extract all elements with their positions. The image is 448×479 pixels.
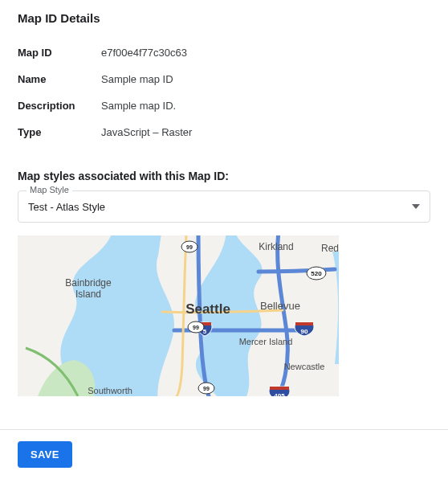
map-label-bellevue: Bellevue [260, 300, 300, 312]
svg-text:99: 99 [193, 325, 199, 330]
svg-text:520: 520 [311, 270, 322, 277]
detail-value-description: Sample map ID. [101, 92, 430, 119]
map-label-southworth: Southworth [88, 386, 132, 395]
map-label-bainbridge2: Island [75, 289, 101, 300]
map-label-redmond: Redmond [321, 243, 339, 254]
shield-sr99a-icon: 99 [181, 241, 198, 252]
detail-label-mapid: Map ID [18, 39, 101, 66]
svg-rect-6 [295, 322, 313, 325]
map-preview: Seattle Kirkland Redmond Bellevue Mercer… [18, 235, 339, 396]
footer-bar: SAVE [0, 429, 448, 479]
map-style-select-value: Test - Atlas Style [28, 201, 412, 213]
svg-text:99: 99 [186, 244, 193, 250]
map-label-newcastle: Newcastle [284, 362, 325, 371]
detail-value-name: Sample map ID [101, 66, 430, 92]
detail-label-type: Type [18, 119, 101, 145]
svg-text:90: 90 [301, 328, 308, 335]
shield-i405-icon: 405 [269, 387, 290, 396]
detail-value-mapid: e7f00e4f77c30c63 [101, 39, 430, 66]
shield-sr99c-icon: 99 [198, 383, 214, 394]
page-title: Map ID Details [18, 11, 430, 25]
map-label-seattle: Seattle [185, 301, 230, 317]
details-table: Map ID e7f00e4f77c30c63 Name Sample map … [18, 39, 430, 145]
map-label-kirkland: Kirkland [259, 241, 293, 252]
detail-label-description: Description [18, 92, 101, 119]
chevron-down-icon [412, 204, 420, 209]
map-style-select-label: Map Style [26, 185, 72, 194]
map-style-select[interactable]: Map Style Test - Atlas Style [18, 190, 430, 223]
map-label-bainbridge1: Bainbridge [65, 277, 112, 289]
detail-label-name: Name [18, 66, 101, 92]
shield-sr520-icon: 520 [307, 267, 326, 280]
svg-rect-4 [270, 387, 289, 390]
map-label-mercer: Mercer Island [239, 337, 293, 346]
svg-text:99: 99 [203, 386, 210, 391]
svg-text:405: 405 [274, 392, 285, 396]
shield-sr99b-icon: 99 [188, 321, 204, 333]
save-button[interactable]: SAVE [18, 441, 72, 468]
styles-heading: Map styles associated with this Map ID: [18, 170, 430, 182]
detail-value-type: JavaScript – Raster [101, 119, 430, 145]
